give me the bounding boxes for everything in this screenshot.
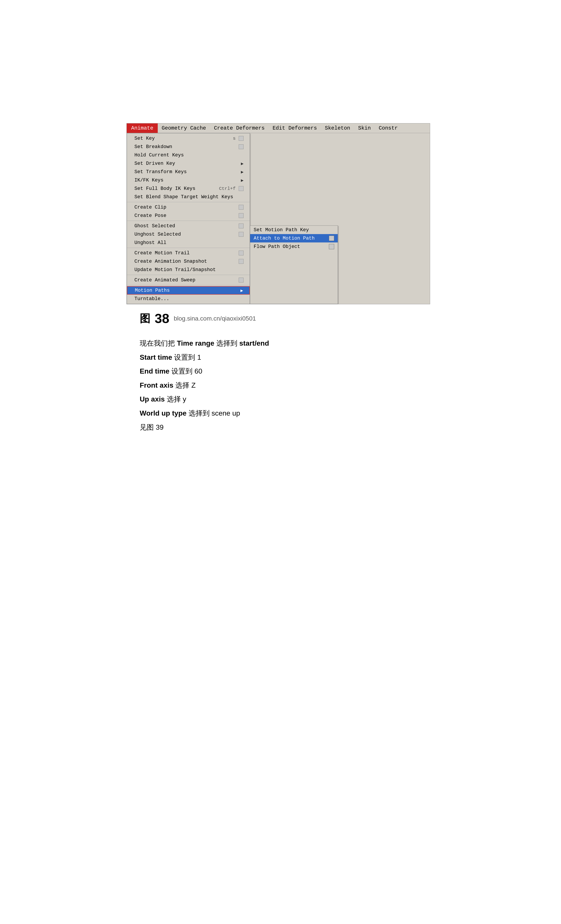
- menu-bar-animate[interactable]: Animate: [127, 123, 158, 133]
- menu-item-ghost-selected[interactable]: Ghost Selected: [127, 222, 250, 230]
- instruction-line4-bold: Front axis: [140, 381, 173, 389]
- create-motion-trail-icon[interactable]: [239, 250, 243, 255]
- maya-window: Animate Geometry Cache Create Deformers …: [126, 123, 430, 304]
- set-full-body-ik-shortcut: Ctrl+f: [219, 186, 236, 191]
- menu-section-ghost: Ghost Selected Unghost Selected Unghost …: [127, 221, 250, 248]
- set-breakdown-label: Set Breakdown: [134, 144, 172, 150]
- menu-section-motion-trail: Create Motion Trail Create Animation Sna…: [127, 248, 250, 275]
- instruction-line7-text: 见图 39: [140, 423, 164, 431]
- menu-item-set-key-left: Set Key: [134, 136, 154, 141]
- instruction-line1-bold1: Time range: [177, 339, 214, 347]
- menu-bar-create-deformers[interactable]: Create Deformers: [210, 123, 268, 133]
- figure-number: 38: [154, 311, 170, 326]
- create-animated-sweep-icon[interactable]: [239, 278, 243, 282]
- unghost-all-label: Unghost All: [134, 240, 166, 246]
- flow-path-object-icon[interactable]: [329, 244, 334, 249]
- instruction-line2-text: 设置到 1: [172, 353, 201, 361]
- menu-item-set-full-body-ik-keys[interactable]: Set Full Body IK Keys Ctrl+f: [127, 184, 250, 193]
- set-key-label: Set Key: [134, 136, 154, 141]
- menu-item-create-animation-snapshot[interactable]: Create Animation Snapshot: [127, 257, 250, 266]
- ghost-selected-label: Ghost Selected: [134, 223, 175, 229]
- instruction-line1-mid: 选择到: [214, 339, 239, 347]
- menu-item-create-pose[interactable]: Create Pose: [127, 212, 250, 220]
- create-motion-trail-label: Create Motion Trail: [134, 250, 190, 256]
- menu-item-set-key-right: s: [233, 136, 243, 141]
- motion-paths-label: Motion Paths: [135, 288, 170, 293]
- ik-fk-keys-arrow: ▶: [241, 177, 243, 183]
- update-motion-trail-label: Update Motion Trail/Snapshot: [134, 267, 216, 273]
- create-pose-icon[interactable]: [239, 213, 243, 218]
- menu-bar-edit-deformers[interactable]: Edit Deformers: [268, 123, 321, 133]
- instruction-line-2: Start time 设置到 1: [140, 351, 421, 364]
- menu-item-update-motion-trail[interactable]: Update Motion Trail/Snapshot: [127, 266, 250, 274]
- set-motion-path-key-label: Set Motion Path Key: [254, 227, 309, 233]
- set-transform-keys-label: Set Transform Keys: [134, 169, 187, 175]
- menu-bar: Animate Geometry Cache Create Deformers …: [127, 123, 430, 133]
- instruction-line1-bold2: start/end: [239, 339, 269, 347]
- menu-bar-skin[interactable]: Skin: [354, 123, 375, 133]
- attach-to-motion-path-label: Attach to Motion Path: [254, 236, 315, 241]
- instruction-line1-prefix: 现在我们把: [140, 339, 177, 347]
- figure-label: 图: [140, 312, 150, 326]
- menu-item-ik-fk-keys[interactable]: IK/FK Keys ▶: [127, 176, 250, 184]
- set-full-body-ik-right: Ctrl+f: [219, 186, 243, 191]
- create-pose-label: Create Pose: [134, 213, 166, 219]
- menu-item-unghost-all[interactable]: Unghost All: [127, 238, 250, 247]
- instruction-line-3: End time 设置到 60: [140, 365, 421, 378]
- unghost-selected-icon[interactable]: [239, 232, 243, 237]
- instruction-line3-text: 设置到 60: [170, 367, 202, 375]
- unghost-selected-label: Unghost Selected: [134, 232, 181, 237]
- instruction-line3-bold: End time: [140, 367, 170, 375]
- set-blend-shape-label: Set Blend Shape Target Weight Keys: [134, 194, 233, 200]
- submenu-item-set-motion-path-key[interactable]: Set Motion Path Key: [250, 226, 338, 234]
- set-full-body-ik-keys-label: Set Full Body IK Keys: [134, 186, 195, 191]
- instruction-line5-bold: Up axis: [140, 395, 165, 403]
- page-container: Animate Geometry Cache Create Deformers …: [0, 0, 561, 924]
- hold-current-keys-label: Hold Current Keys: [134, 153, 184, 158]
- menu-item-turntable[interactable]: Turntable...: [127, 295, 250, 303]
- figure-caption: 图 38 blog.sina.com.cn/qiaoxixi0501: [126, 311, 435, 326]
- menu-item-set-key[interactable]: Set Key s: [127, 134, 250, 142]
- set-transform-keys-arrow: ▶: [241, 169, 243, 175]
- instruction-line-7: 见图 39: [140, 421, 421, 434]
- instructions: 现在我们把 Time range 选择到 start/end Start tim…: [126, 333, 435, 440]
- menu-item-set-breakdown[interactable]: Set Breakdown: [127, 142, 250, 151]
- set-driven-key-arrow: ▶: [241, 161, 243, 166]
- menu-section-sweep: Create Animated Sweep: [127, 275, 250, 285]
- menu-section-clip: Create Clip Create Pose: [127, 202, 250, 221]
- submenu-item-attach-to-motion-path[interactable]: Attach to Motion Path: [250, 234, 338, 243]
- motion-paths-arrow: ▶: [240, 288, 243, 293]
- menu-item-create-clip[interactable]: Create Clip: [127, 203, 250, 212]
- ghost-selected-icon[interactable]: [239, 224, 243, 228]
- menu-bar-constr[interactable]: Constr: [375, 123, 402, 133]
- menu-section-keys: Set Key s Set Breakdown Hol: [127, 134, 250, 202]
- menu-item-motion-paths[interactable]: Motion Paths ▶: [127, 286, 250, 295]
- menu-item-set-transform-keys[interactable]: Set Transform Keys ▶: [127, 168, 250, 176]
- set-full-body-ik-icon[interactable]: [239, 186, 243, 191]
- menu-bar-skeleton[interactable]: Skeleton: [321, 123, 354, 133]
- create-animation-snapshot-label: Create Animation Snapshot: [134, 259, 207, 264]
- turntable-label: Turntable...: [134, 296, 169, 302]
- set-key-icon[interactable]: [239, 136, 243, 141]
- menu-item-unghost-selected[interactable]: Unghost Selected: [127, 230, 250, 238]
- instruction-line6-bold: World up type: [140, 409, 186, 417]
- submenu-item-flow-path-object[interactable]: Flow Path Object: [250, 243, 338, 251]
- menu-item-create-motion-trail[interactable]: Create Motion Trail: [127, 249, 250, 257]
- menu-item-set-blend-shape[interactable]: Set Blend Shape Target Weight Keys: [127, 193, 250, 201]
- flow-path-object-label: Flow Path Object: [254, 244, 300, 249]
- menu-item-set-driven-key[interactable]: Set Driven Key ▶: [127, 159, 250, 168]
- create-clip-label: Create Clip: [134, 205, 166, 210]
- screenshot-wrapper: Animate Geometry Cache Create Deformers …: [126, 123, 435, 440]
- menu-section-motion-paths: Motion Paths ▶ Turntable...: [127, 285, 250, 304]
- menu-item-hold-current-keys[interactable]: Hold Current Keys: [127, 151, 250, 159]
- menu-bar-geometry-cache[interactable]: Geometry Cache: [158, 123, 210, 133]
- instruction-line-4: Front axis 选择 Z: [140, 379, 421, 392]
- set-breakdown-icon[interactable]: [239, 144, 243, 149]
- create-animation-snapshot-icon[interactable]: [239, 259, 243, 264]
- attach-to-motion-path-icon[interactable]: [329, 236, 334, 241]
- menu-item-create-animated-sweep[interactable]: Create Animated Sweep: [127, 276, 250, 284]
- instruction-line-6: World up type 选择到 scene up: [140, 407, 421, 420]
- figure-website: blog.sina.com.cn/qiaoxixi0501: [174, 315, 256, 322]
- set-key-shortcut: s: [233, 136, 236, 141]
- create-clip-icon[interactable]: [239, 205, 243, 210]
